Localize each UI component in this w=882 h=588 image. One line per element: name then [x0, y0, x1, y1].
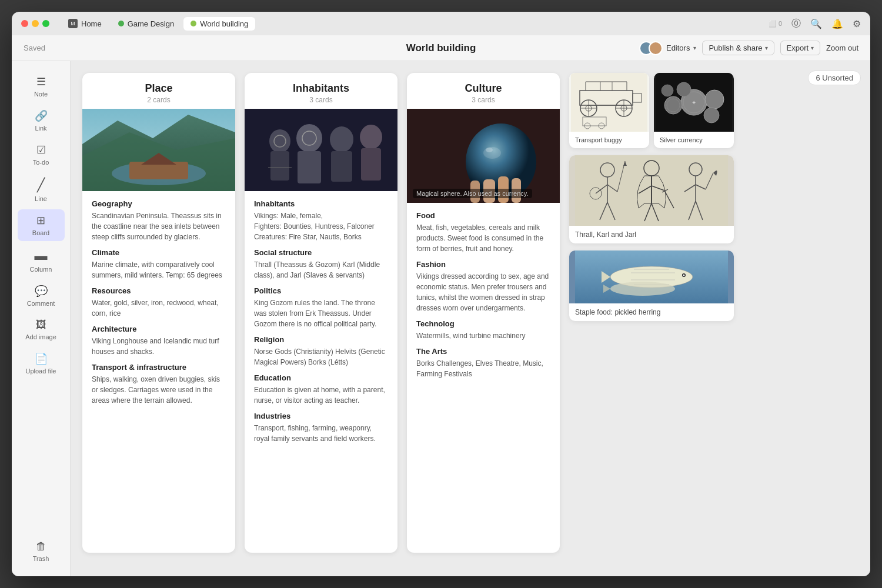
sidebar-item-line[interactable]: ╱ Line — [18, 173, 65, 207]
game-design-dot — [118, 21, 124, 26]
tablet-icon[interactable]: ⬜ 0 — [769, 20, 782, 28]
place-card-image — [82, 109, 235, 191]
culture-card: Culture 3 cards — [407, 73, 560, 553]
inhabitants-title: Inhabitants — [254, 199, 388, 208]
svg-point-54 — [704, 108, 719, 123]
trash-icon: 🗑 — [36, 540, 46, 553]
place-geography-title: Geography — [92, 199, 226, 208]
culture-image-caption: Magical sphere. Also used as currency. — [413, 189, 532, 198]
svg-point-53 — [677, 82, 691, 96]
main-layout: ☰ Note 🔗 Link ☑ To-do ╱ Line ⊞ Board — [12, 61, 870, 576]
technolog-title: Technolog — [416, 319, 550, 328]
bell-icon[interactable]: 🔔 — [831, 18, 843, 29]
technolog-text: Watermills, wind turbine machinery — [416, 330, 550, 341]
todo-icon: ☑ — [36, 143, 46, 156]
world-building-dot — [191, 21, 196, 26]
sidebar-item-column[interactable]: ▬ Column — [18, 243, 65, 278]
tab-game-design[interactable]: Game Design — [111, 17, 181, 31]
tab-world-building[interactable]: World building — [183, 17, 255, 31]
editors-group: Editors ▾ — [639, 41, 696, 55]
inhabitants-card: Inhabitants 3 cards — [245, 73, 397, 553]
arts-text: Borks Challenges, Elves Theatre, Music, … — [416, 358, 550, 379]
svg-point-11 — [330, 126, 353, 152]
publish-share-label: Publish & share — [709, 44, 762, 52]
svg-point-50 — [664, 96, 682, 114]
sidebar: ☰ Note 🔗 Link ☑ To-do ╱ Line ⊞ Board — [12, 61, 71, 576]
staple-food-label: Staple food: pickled herring — [569, 303, 734, 321]
sidebar-item-link[interactable]: 🔗 Link — [18, 105, 65, 136]
upload-file-icon: 📄 — [35, 352, 48, 365]
sidebar-item-todo[interactable]: ☑ To-do — [18, 139, 65, 171]
thrall-karl-jarl-card: Thrall, Karl and Jarl — [569, 155, 734, 243]
herring-image — [569, 250, 734, 303]
maximize-button[interactable] — [42, 20, 49, 27]
sidebar-item-add-image[interactable]: 🖼 Add image — [18, 314, 65, 345]
settings-icon[interactable]: ⚙ — [853, 18, 861, 29]
svg-point-55 — [662, 85, 673, 96]
svg-rect-14 — [361, 148, 381, 181]
add-image-icon: 🖼 — [36, 319, 46, 331]
industries-text: Transport, fishing, farming, weaponry, r… — [254, 423, 388, 444]
publish-chevron: ▾ — [765, 45, 768, 51]
sidebar-item-board[interactable]: ⊞ Board — [18, 209, 65, 241]
zoom-out-button[interactable]: Zoom out — [826, 44, 858, 52]
sidebar-item-upload-file[interactable]: 📄 Upload file — [18, 348, 65, 379]
place-transport-title: Transport & infrastructure — [92, 363, 226, 372]
place-architecture-text: Viking Longhouse and Icelandic mud turf … — [92, 336, 226, 357]
industries-title: Industries — [254, 412, 388, 420]
canvas-area[interactable]: 6 Unsorted Place 2 cards — [71, 61, 870, 576]
sidebar-item-note[interactable]: ☰ Note — [18, 71, 65, 102]
svg-point-13 — [360, 125, 382, 149]
place-card: Place 2 cards — [82, 73, 235, 553]
sidebar-item-trash[interactable]: 🗑 Trash — [18, 536, 65, 567]
place-card-title: Place — [92, 82, 226, 95]
svg-rect-8 — [270, 151, 289, 181]
inhabitants-card-image — [245, 109, 397, 191]
minimize-button[interactable] — [32, 20, 39, 27]
place-card-count: 2 cards — [92, 96, 226, 104]
search-icon[interactable]: 🔍 — [810, 18, 822, 29]
politics-title: Politics — [254, 286, 388, 295]
svg-point-86 — [683, 275, 685, 276]
titlebar-right: ⬜ 0 ⓪ 🔍 🔔 ⚙ — [769, 18, 861, 30]
culture-card-body: Food Meat, fish, vegetables, cereals and… — [407, 203, 560, 553]
place-card-header: Place 2 cards — [82, 73, 235, 109]
editors-chevron[interactable]: ▾ — [693, 45, 696, 51]
culture-card-header: Culture 3 cards — [407, 73, 560, 109]
home-icon: M — [68, 19, 78, 28]
unsorted-badge: 6 Unsorted — [808, 71, 861, 85]
place-architecture-title: Architecture — [92, 325, 226, 333]
tab-world-building-label: World building — [200, 19, 248, 28]
traffic-lights — [21, 20, 49, 27]
tab-home[interactable]: M Home — [61, 16, 109, 31]
unsorted-count: 6 Unsorted — [816, 74, 853, 82]
export-label: Export — [787, 44, 809, 52]
arts-title: The Arts — [416, 347, 550, 356]
editors-label: Editors — [666, 44, 690, 52]
sidebar-item-comment[interactable]: 💬 Comment — [18, 280, 65, 312]
publish-share-button[interactable]: Publish & share ▾ — [702, 41, 774, 55]
place-climate-title: Climate — [92, 248, 226, 257]
svg-point-91 — [610, 282, 675, 296]
svg-point-52 — [705, 90, 724, 109]
header-bar: Saved World building Editors ▾ Publish &… — [12, 35, 870, 61]
silver-currency-card: ✦ Silver currency — [654, 73, 734, 148]
tab-home-label: Home — [81, 19, 102, 28]
avatars — [639, 41, 663, 55]
export-button[interactable]: Export ▾ — [780, 41, 821, 55]
close-button[interactable] — [21, 20, 28, 27]
culture-card-image-container: Magical sphere. Also used as currency. — [407, 109, 560, 203]
page-title: World building — [406, 42, 476, 54]
board-icon: ⊞ — [36, 214, 45, 227]
transport-buggy-image — [569, 73, 649, 132]
place-resources-text: Water, gold, silver, iron, redwood, whea… — [92, 298, 226, 319]
fashion-title: Fashion — [416, 260, 550, 269]
line-icon: ╱ — [37, 178, 45, 193]
culture-card-count: 3 cards — [416, 96, 550, 104]
food-title: Food — [416, 211, 550, 220]
unsorted-top-row: Transport buggy — [569, 73, 734, 148]
culture-card-title: Culture — [416, 82, 550, 95]
place-geography-text: Scandinavian Peninsula. Theassus sits in… — [92, 211, 226, 242]
help-icon[interactable]: ⓪ — [791, 18, 801, 30]
tab-bar: M Home Game Design World building — [61, 16, 255, 31]
